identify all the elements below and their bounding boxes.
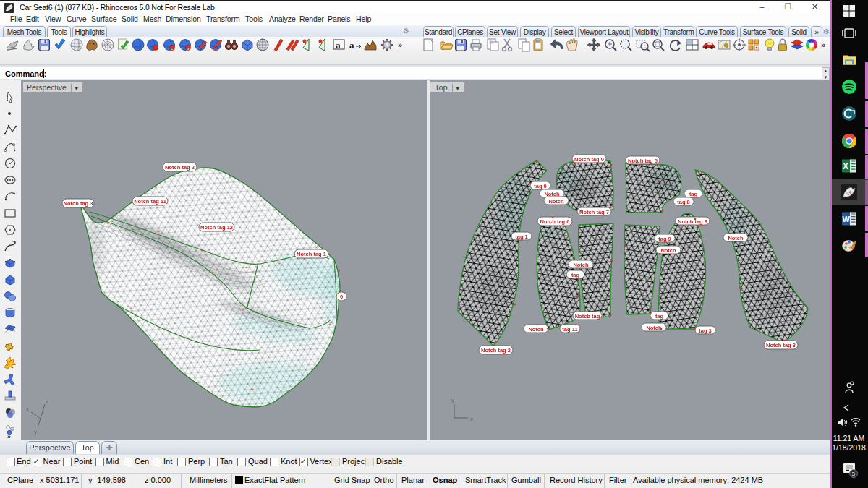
- svg-text:Notch tag 1: Notch tag 1: [297, 251, 326, 257]
- svg-text:a: a: [336, 40, 341, 51]
- svg-text:+: +: [328, 322, 331, 327]
- svg-text:+: +: [200, 248, 203, 253]
- svg-text:a: a: [349, 40, 354, 51]
- svg-text:Notch tag 2: Notch tag 2: [481, 347, 511, 354]
- svg-text:Notch tag 0: Notch tag 0: [574, 156, 604, 163]
- svg-text:X: X: [843, 161, 848, 171]
- svg-text:+: +: [251, 387, 254, 392]
- svg-text:0: 0: [340, 294, 343, 300]
- svg-text:Notch tag 12: Notch tag 12: [200, 224, 233, 231]
- svg-text:tag: tag: [571, 272, 580, 278]
- svg-text:z: z: [46, 398, 48, 405]
- svg-text:Notch tag 5: Notch tag 5: [628, 158, 658, 164]
- svg-text:Notch: Notch: [573, 262, 589, 268]
- svg-text:+: +: [242, 307, 244, 312]
- svg-text:tag: tag: [655, 313, 664, 320]
- svg-text:+: +: [245, 265, 248, 270]
- svg-text:3: 3: [852, 471, 856, 477]
- svg-text:»: »: [398, 40, 402, 49]
- svg-text:»: »: [821, 40, 825, 49]
- svg-text:+: +: [338, 268, 341, 273]
- svg-text:W: W: [843, 215, 851, 223]
- svg-text:Notch tag 6: Notch tag 6: [540, 218, 570, 225]
- svg-text:Notch: Notch: [528, 326, 544, 333]
- svg-text:+: +: [106, 221, 109, 226]
- svg-text:Notch tag 2: Notch tag 2: [165, 164, 195, 171]
- svg-text:Notch tag 3: Notch tag 3: [766, 342, 796, 348]
- svg-text:tag 3: tag 3: [699, 328, 712, 334]
- svg-text:y: y: [451, 397, 454, 403]
- svg-text:y: y: [34, 429, 37, 435]
- svg-text:Notch: Notch: [646, 325, 662, 331]
- svg-text:»: »: [7, 433, 11, 440]
- svg-text:Notch tag: Notch tag: [575, 313, 600, 320]
- svg-text:tag 0: tag 0: [534, 183, 547, 189]
- svg-text:Notch: Notch: [728, 235, 744, 241]
- svg-text:x: x: [26, 406, 29, 412]
- svg-text:tag: tag: [689, 191, 698, 197]
- svg-text:+: +: [129, 306, 132, 311]
- svg-text:x: x: [470, 416, 473, 422]
- svg-text:Notch tag 7: Notch tag 7: [579, 209, 609, 215]
- svg-text:tag 11: tag 11: [562, 326, 577, 333]
- svg-text:Notch: Notch: [660, 247, 676, 254]
- svg-text:+: +: [157, 229, 160, 234]
- svg-text:Notch tag 3: Notch tag 3: [64, 200, 93, 207]
- svg-text:Notch tag 8: Notch tag 8: [678, 218, 707, 225]
- svg-text:Notch tag 11: Notch tag 11: [134, 198, 166, 205]
- svg-text:Notch: Notch: [548, 198, 564, 205]
- svg-text:+: +: [278, 261, 281, 266]
- svg-text:tag 8: tag 8: [677, 199, 690, 205]
- svg-text:c: c: [171, 46, 173, 51]
- svg-text:+: +: [211, 270, 214, 275]
- svg-text:tag 9: tag 9: [658, 236, 671, 242]
